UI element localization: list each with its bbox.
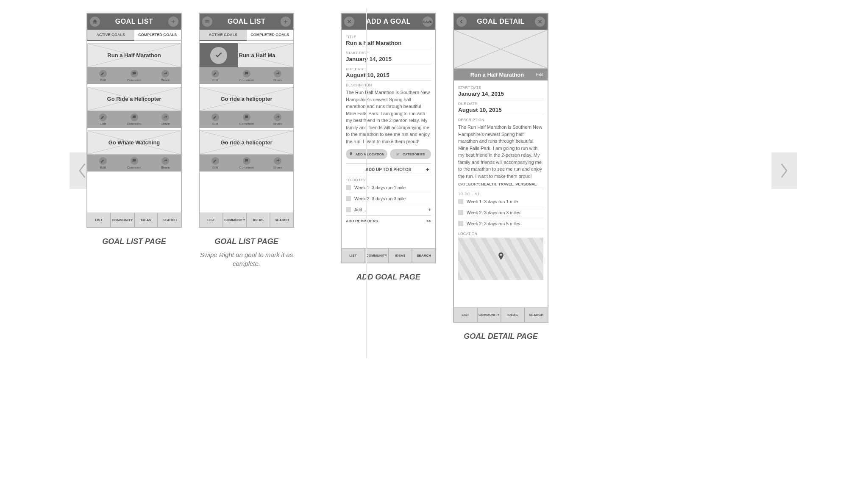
edit-button[interactable]: Edit bbox=[87, 67, 119, 84]
label-description: DESCRIPTION bbox=[458, 118, 543, 122]
goal-card[interactable]: Run a Half Marathon bbox=[87, 43, 181, 67]
checkbox-icon[interactable] bbox=[346, 185, 351, 190]
add-reminders-button[interactable]: ADD REMINDERS >> bbox=[346, 215, 431, 226]
add-photos-button[interactable]: ADD UP TO 8 PHOTOS + bbox=[346, 163, 431, 175]
nav-search[interactable]: SEARCH bbox=[270, 213, 293, 227]
todo-add-row[interactable]: Add... + bbox=[346, 204, 431, 215]
edit-button[interactable]: Edit bbox=[200, 155, 231, 172]
checkbox-icon[interactable] bbox=[458, 210, 463, 215]
comment-button[interactable]: Comment bbox=[119, 155, 150, 172]
nav-list[interactable]: LIST bbox=[200, 213, 223, 227]
header-title: GOAL LIST bbox=[228, 18, 266, 25]
checkbox-icon[interactable] bbox=[458, 221, 463, 226]
tab-active-goals[interactable]: ACTIVE GOALS bbox=[87, 30, 134, 41]
menu-icon[interactable] bbox=[202, 17, 212, 27]
nav-list[interactable]: LIST bbox=[454, 308, 477, 322]
nav-ideas[interactable]: IDEAS bbox=[134, 213, 158, 227]
label-todo: TO-DO LIST bbox=[346, 178, 431, 182]
tab-completed-goals[interactable]: COMPLETED GOALS bbox=[247, 30, 294, 40]
goal-title: Go Whale Watching bbox=[108, 139, 160, 146]
save-button[interactable]: SAVE bbox=[423, 17, 433, 27]
share-button[interactable]: Share bbox=[150, 155, 181, 172]
share-button[interactable]: Share bbox=[262, 67, 293, 84]
location-map[interactable] bbox=[458, 238, 543, 280]
todo-item: Week 2: 3 days run 3 miles bbox=[458, 207, 543, 218]
edit-button[interactable]: Edit bbox=[87, 111, 119, 128]
label-title: TITLE bbox=[346, 35, 431, 39]
checkbox-icon[interactable] bbox=[458, 199, 463, 204]
comment-button[interactable]: Comment bbox=[119, 67, 150, 84]
nav-ideas[interactable]: IDEAS bbox=[388, 249, 412, 263]
close-icon[interactable] bbox=[344, 17, 354, 27]
todo-add-label: Add... bbox=[354, 207, 366, 212]
todo-text: Week 2: 3 days run 3 mile bbox=[354, 196, 406, 201]
nav-ideas[interactable]: IDEAS bbox=[246, 213, 270, 227]
add-icon[interactable] bbox=[281, 17, 291, 27]
todo-text: Week 1: 3 days run 1 mile bbox=[354, 185, 406, 190]
caption: GOAL LIST PAGE bbox=[102, 237, 166, 246]
field-description[interactable]: The Run Half Marathon is Southern New Ha… bbox=[346, 87, 431, 145]
comment-button[interactable]: Comment bbox=[231, 155, 262, 172]
nav-search[interactable]: SEARCH bbox=[412, 249, 435, 263]
hero-image-placeholder bbox=[454, 30, 548, 69]
goal-title: Run a Half Ma bbox=[218, 52, 275, 58]
comment-button[interactable]: Comment bbox=[231, 111, 262, 128]
close-icon[interactable] bbox=[535, 17, 545, 27]
todo-item: Week 1: 3 days run 1 mile bbox=[458, 196, 543, 207]
nav-community[interactable]: COMMUNITY bbox=[223, 213, 246, 227]
nav-search[interactable]: SEARCH bbox=[524, 308, 548, 322]
nav-community[interactable]: COMMUNITY bbox=[477, 308, 501, 322]
label-start-date: START DATE bbox=[458, 86, 543, 90]
label-start-date: START DATE bbox=[346, 51, 431, 55]
wireframe-stage: GOAL LIST ACTIVE GOALS COMPLETED GOALS R… bbox=[70, 0, 798, 498]
todo-item[interactable]: Week 1: 3 days run 1 mile bbox=[346, 182, 431, 193]
goal-card[interactable]: Go ride a helicopter bbox=[200, 130, 293, 155]
checkbox-icon[interactable] bbox=[346, 196, 351, 201]
goal-card[interactable]: Run a Half Ma bbox=[200, 43, 293, 67]
nav-community[interactable]: COMMUNITY bbox=[364, 249, 388, 263]
field-start-date[interactable]: January 14, 2015 bbox=[346, 55, 431, 64]
comment-button[interactable]: Comment bbox=[119, 111, 150, 128]
share-button[interactable]: Share bbox=[262, 111, 293, 128]
edit-button[interactable]: Edit bbox=[536, 72, 543, 77]
screen-add-goal: ADD A GOAL SAVE TITLE Run a Half Maratho… bbox=[341, 13, 436, 498]
share-button[interactable]: Share bbox=[262, 155, 293, 172]
chevron-right-icon: >> bbox=[426, 219, 431, 223]
home-icon[interactable] bbox=[90, 17, 100, 27]
share-button[interactable]: Share bbox=[150, 111, 181, 128]
plus-icon: + bbox=[426, 166, 429, 173]
nav-community[interactable]: COMMUNITY bbox=[110, 213, 134, 227]
nav-ideas[interactable]: IDEAS bbox=[501, 308, 524, 322]
header-title: GOAL LIST bbox=[115, 18, 153, 25]
nav-list[interactable]: LIST bbox=[342, 249, 364, 263]
add-reminders-label: ADD REMINDERS bbox=[346, 219, 378, 223]
label-description: DESCRIPTION bbox=[346, 83, 431, 87]
goal-card[interactable]: Go Whale Watching bbox=[87, 130, 181, 155]
goal-list: Run a Half Ma Edit Comment Share Go ride… bbox=[200, 41, 293, 213]
comment-button[interactable]: Comment bbox=[231, 67, 262, 84]
screen-goal-list-1: GOAL LIST ACTIVE GOALS COMPLETED GOALS R… bbox=[86, 13, 182, 498]
goal-card[interactable]: Go Ride a Helicopter bbox=[87, 87, 181, 111]
add-photos-label: ADD UP TO 8 PHOTOS bbox=[366, 167, 412, 172]
edit-button[interactable]: Edit bbox=[87, 155, 119, 172]
tab-active-goals[interactable]: ACTIVE GOALS bbox=[200, 30, 247, 41]
label-due-date: DUE DATE bbox=[458, 102, 543, 106]
field-due-date[interactable]: August 10, 2015 bbox=[346, 71, 431, 80]
share-button[interactable]: Share bbox=[150, 67, 181, 84]
edit-button[interactable]: Edit bbox=[200, 111, 231, 128]
field-title[interactable]: Run a Half Marathon bbox=[346, 39, 431, 48]
categories-button[interactable]: CATEGORIES bbox=[390, 149, 431, 159]
header-title: GOAL DETAIL bbox=[477, 18, 524, 25]
todo-item: Week 2: 3 days run 5 miles bbox=[458, 218, 543, 229]
back-icon[interactable] bbox=[456, 17, 467, 27]
edit-button[interactable]: Edit bbox=[200, 67, 231, 84]
add-icon[interactable] bbox=[168, 17, 178, 27]
goal-title: Go ride a helicopter bbox=[220, 139, 272, 146]
todo-item[interactable]: Week 2: 3 days run 3 mile bbox=[346, 193, 431, 204]
nav-list[interactable]: LIST bbox=[87, 213, 110, 227]
goal-card[interactable]: Go ride a helicopter bbox=[200, 87, 293, 111]
caption: GOAL LIST PAGE bbox=[214, 237, 278, 246]
map-pin-icon bbox=[497, 252, 505, 263]
nav-search[interactable]: SEARCH bbox=[157, 213, 181, 227]
tab-completed-goals[interactable]: COMPLETED GOALS bbox=[134, 30, 181, 40]
